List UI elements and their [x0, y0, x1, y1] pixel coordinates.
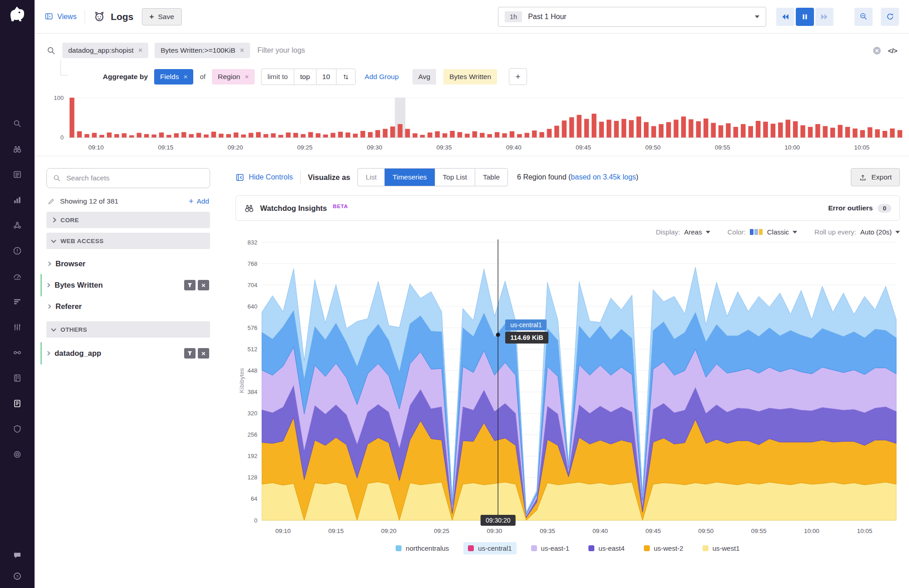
export-button[interactable]: Export: [851, 168, 900, 186]
facet-remove-button[interactable]: ×: [198, 280, 209, 290]
facet-remove-button[interactable]: ×: [198, 348, 209, 359]
facet-referer[interactable]: Referer: [46, 296, 210, 317]
top-selector[interactable]: top: [294, 69, 316, 85]
top-count-selector[interactable]: 10: [316, 69, 336, 85]
hide-controls-button[interactable]: Hide Controls: [236, 173, 293, 182]
add-facet-button[interactable]: + Add: [189, 197, 209, 205]
legend-label: us-west1: [713, 544, 740, 552]
pencil-icon[interactable]: [47, 198, 55, 205]
tab-top-list[interactable]: Top List: [435, 169, 475, 186]
rollup-selector[interactable]: Auto (20s): [860, 228, 900, 236]
chat-icon[interactable]: [13, 551, 22, 560]
facet-section-core[interactable]: CORE: [46, 212, 210, 228]
add-group-button[interactable]: Add Group: [365, 73, 399, 81]
legend-item[interactable]: northcentralus: [391, 542, 453, 554]
display-selector[interactable]: Areas: [684, 228, 710, 236]
of-label: of: [200, 73, 206, 80]
svg-text:100: 100: [54, 95, 64, 101]
close-icon[interactable]: ×: [183, 73, 187, 81]
pause-button[interactable]: [796, 8, 814, 26]
views-button[interactable]: Views: [45, 12, 76, 21]
metrics-icon[interactable]: [13, 195, 22, 204]
svg-text:768: 768: [247, 260, 257, 267]
filter-chip[interactable]: Bytes Written:>=100KiB ×: [155, 43, 250, 58]
time-range-selector[interactable]: 1h Past 1 Hour: [498, 7, 766, 27]
search-input[interactable]: [256, 46, 866, 55]
error-outliers: Error outliers 0: [828, 204, 891, 213]
service-map-icon[interactable]: [13, 348, 22, 357]
results-link[interactable]: based on 3.45k logs: [571, 173, 636, 181]
group-by-chip[interactable]: Region ×: [212, 69, 255, 85]
forward-button[interactable]: [815, 8, 834, 26]
security-shield-icon[interactable]: [13, 424, 22, 434]
add-measure-button[interactable]: +: [509, 68, 527, 85]
datadog-logo[interactable]: [7, 5, 28, 25]
close-icon[interactable]: ×: [245, 73, 249, 81]
facet-search-input[interactable]: [65, 174, 204, 183]
limit-to-label[interactable]: limit to: [261, 69, 294, 85]
facet-filter-button[interactable]: [184, 348, 196, 359]
svg-text:09:55: 09:55: [751, 528, 767, 534]
facet-bytes-written[interactable]: Bytes Written ×: [40, 274, 210, 296]
sort-button[interactable]: [336, 69, 356, 85]
facet-browser[interactable]: Browser: [46, 254, 210, 274]
aggregate-field-chip[interactable]: Fields ×: [154, 69, 193, 85]
measure-chip[interactable]: Bytes Written: [443, 69, 497, 85]
search-icon: [46, 46, 56, 55]
monitors-icon[interactable]: [13, 246, 22, 255]
legend-item[interactable]: us-west-2: [639, 542, 688, 554]
facet-section-others[interactable]: OTHERS: [46, 321, 210, 338]
facet-datadog-app[interactable]: datadog_app ×: [40, 342, 210, 364]
apm-gauge-icon[interactable]: [13, 272, 22, 281]
svg-text:09:10: 09:10: [88, 144, 104, 151]
notebook-icon[interactable]: [13, 374, 22, 383]
close-icon[interactable]: ×: [138, 47, 142, 54]
synthetics-target-icon[interactable]: [13, 450, 22, 459]
legend-swatch: [703, 545, 708, 551]
save-button[interactable]: + Save: [142, 8, 182, 25]
tab-timeseries[interactable]: Timeseries: [384, 169, 434, 186]
error-outliers-count: 0: [878, 204, 891, 213]
code-view-toggle[interactable]: </>: [888, 47, 897, 55]
logs-icon[interactable]: [13, 399, 22, 408]
watchdog-icon[interactable]: [13, 145, 22, 154]
events-icon[interactable]: [13, 170, 22, 179]
svg-text:256: 256: [247, 431, 257, 438]
page-title-text: Logs: [110, 11, 133, 22]
legend-label: us-east-1: [541, 544, 570, 552]
rewind-button[interactable]: [776, 8, 794, 26]
legend-item[interactable]: us-east-1: [527, 542, 574, 554]
timeseries-svg[interactable]: 0641281922563203844485125766407047688320…: [236, 238, 900, 541]
filter-chip[interactable]: datadog_app:shopist ×: [62, 43, 148, 58]
processes-icon[interactable]: [13, 297, 22, 306]
facet-count-label: Showing 12 of 381: [60, 197, 118, 205]
tab-table[interactable]: Table: [475, 169, 507, 186]
sidebar-bottom: ?: [13, 551, 22, 581]
playback-controls: [776, 8, 834, 26]
facet-filter-button[interactable]: [184, 280, 196, 290]
plus-icon: +: [150, 13, 154, 20]
close-icon[interactable]: ×: [240, 47, 244, 54]
legend-item[interactable]: us-west1: [698, 542, 744, 554]
facet-name: datadog_app: [55, 349, 101, 358]
tab-list[interactable]: List: [358, 169, 384, 186]
search-icon[interactable]: [13, 119, 22, 128]
watchdog-insights-bar[interactable]: Watchdog Insights BETA Error outliers 0: [236, 195, 900, 221]
export-label: Export: [871, 173, 892, 181]
legend-item[interactable]: us-east4: [584, 542, 629, 554]
svg-text:09:25: 09:25: [297, 144, 313, 151]
aggregate-controls: Aggregate by Fields × of Region × limit …: [35, 67, 909, 94]
facet-section-web-access[interactable]: WEB ACCESS: [46, 233, 210, 249]
zoom-out-button[interactable]: [854, 8, 873, 26]
color-selector[interactable]: Classic: [750, 228, 797, 236]
clear-search-icon[interactable]: [872, 46, 882, 55]
svg-text:576: 576: [247, 324, 257, 331]
help-icon[interactable]: ?: [13, 572, 22, 581]
rollup-value: Auto (20s): [860, 228, 892, 236]
legend-item[interactable]: us-central1: [463, 542, 516, 554]
log-histogram-svg[interactable]: 100009:1009:1509:2009:2509:3009:3509:400…: [35, 94, 909, 154]
infrastructure-icon[interactable]: [13, 221, 22, 230]
refresh-button[interactable]: [881, 8, 899, 26]
pipelines-icon[interactable]: [13, 323, 22, 332]
aggregation-function-chip[interactable]: Avg: [412, 69, 436, 85]
